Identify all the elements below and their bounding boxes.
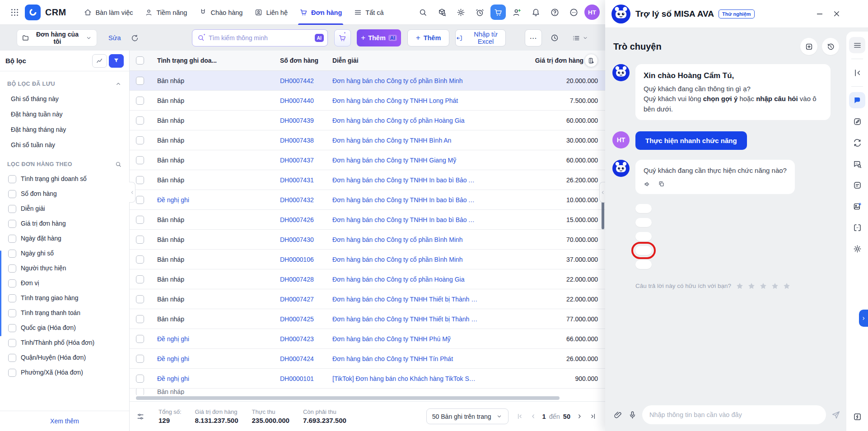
misa-crm-logo[interactable] — [25, 5, 41, 20]
column-description[interactable]: Diễn giải — [332, 57, 359, 64]
rating-star[interactable] — [782, 282, 791, 291]
select-all-checkbox[interactable] — [136, 56, 144, 65]
order-description-link[interactable]: Đơn hàng bán cho Công ty TNHH Tín Phát — [332, 355, 479, 362]
suggestion-chip[interactable] — [635, 232, 652, 241]
add-button[interactable]: + Thêm — [407, 29, 449, 46]
order-description-link[interactable]: Đơn hàng bán cho Công ty cổ phần Hoàng G… — [332, 276, 479, 283]
table-row[interactable]: Bản nháp DH0007427 Đơn hàng bán cho Công… — [130, 289, 605, 309]
page-size-selector[interactable]: 50 Bản ghi trên trang — [426, 408, 509, 424]
row-checkbox[interactable] — [136, 97, 144, 105]
filter-checkbox[interactable] — [8, 279, 16, 287]
order-number-link[interactable]: DH0007432 — [280, 196, 314, 204]
filter-checkbox[interactable] — [8, 190, 16, 198]
rail-expand-tab[interactable] — [859, 310, 868, 327]
order-description-link[interactable]: [TikTok] Đơn hàng bán cho Khách hàng Tik… — [332, 375, 479, 382]
order-description-link[interactable]: Đơn hàng bán cho Công ty TNHH Bình An — [332, 137, 479, 144]
row-checkbox[interactable] — [136, 335, 144, 343]
smart-search-box[interactable]: AI — [192, 29, 328, 46]
scrollbar-thumb[interactable] — [136, 396, 560, 400]
mic-icon[interactable] — [628, 410, 637, 420]
table-row[interactable]: Bản nháp DH0007428 Đơn hàng bán cho Công… — [130, 269, 605, 289]
cart-app-icon[interactable] — [490, 5, 506, 20]
view-selector[interactable]: Đơn hàng của tôi — [17, 29, 97, 46]
row-checkbox[interactable] — [136, 255, 144, 264]
filter-checkbox[interactable] — [8, 250, 16, 258]
nav-item-idcard[interactable]: Liên hệ — [248, 0, 294, 25]
rail-collapse-button[interactable] — [849, 65, 865, 81]
order-description-link[interactable]: Đơn hàng bán cho Công ty cổ phần Hoàng G… — [332, 117, 479, 124]
table-row[interactable]: Bản nháp DH0007442 Đơn hàng bán cho Công… — [130, 71, 605, 91]
saved-filter-item[interactable]: Đặt hàng tuần này — [0, 107, 129, 122]
row-checkbox[interactable] — [136, 355, 144, 363]
table-row[interactable]: Bản nháp DH0007438 Đơn hàng bán cho Công… — [130, 130, 605, 150]
copy-icon[interactable] — [658, 180, 665, 188]
row-checkbox[interactable] — [136, 116, 144, 125]
order-number-link[interactable]: DH0007423 — [280, 335, 314, 343]
recent-history-button[interactable] — [547, 29, 562, 46]
add-with-ai-button[interactable]: + Thêm AI — [357, 29, 401, 46]
saved-filter-item[interactable]: Đặt hàng tháng này — [0, 122, 129, 137]
order-number-link[interactable]: DH0007439 — [280, 117, 314, 124]
nav-item-cart[interactable]: Đơn hàng — [294, 0, 348, 25]
column-order-no[interactable]: Số đơn hàng — [280, 57, 318, 64]
more-icon[interactable] — [565, 4, 582, 20]
filter-checkbox[interactable] — [8, 309, 16, 317]
filter-checkbox[interactable] — [8, 339, 16, 347]
suggestion-chip[interactable] — [635, 260, 652, 269]
last-page-button[interactable] — [587, 411, 599, 422]
filter-option[interactable]: Ngày đặt hàng — [0, 231, 129, 246]
rail-quick-form-button[interactable] — [849, 408, 865, 425]
order-number-link[interactable]: DH0007424 — [280, 355, 314, 362]
row-checkbox[interactable] — [136, 389, 144, 395]
table-row[interactable]: Đề nghị ghi DH0007424 Đơn hàng bán cho C… — [130, 349, 605, 369]
filter-option[interactable]: Tỉnh/Thành phố (Hóa đơn) — [0, 335, 129, 350]
row-checkbox[interactable] — [136, 156, 144, 164]
order-description-link[interactable]: Đơn hàng bán cho Công ty TNHH In bao bì … — [332, 216, 479, 223]
filter-option[interactable]: Diễn giải — [0, 201, 129, 216]
row-checkbox[interactable] — [136, 136, 144, 144]
table-row[interactable]: Bản nháp DH0000106 Đơn hàng bán cho Công… — [130, 250, 605, 269]
row-checkbox[interactable] — [136, 236, 144, 244]
rating-star[interactable] — [770, 282, 779, 291]
order-number-link[interactable]: DH0000106 — [280, 256, 314, 263]
quick-order-button[interactable] — [334, 29, 351, 46]
table-row[interactable]: Đề nghị ghi DH0000101 [TikTok] Đơn hàng … — [130, 369, 605, 389]
add-user-icon[interactable] — [509, 4, 525, 20]
table-row[interactable]: Bản nháp DH0007430 Đơn hàng bán cho Công… — [130, 230, 605, 250]
table-row[interactable]: Bản nháp DH0007425 Đơn hàng bán cho Công… — [130, 309, 605, 329]
filter-view-toggle[interactable] — [109, 54, 124, 68]
order-number-link[interactable]: DH0007437 — [280, 157, 314, 164]
reminder-icon[interactable] — [471, 4, 488, 20]
table-row[interactable]: Bản nháp DH0007439 Đơn hàng bán cho Công… — [130, 111, 605, 130]
filter-checkbox[interactable] — [8, 175, 16, 183]
rail-add-image-button[interactable] — [849, 198, 865, 214]
close-icon[interactable] — [832, 9, 841, 18]
table-row[interactable]: Bản nháp DH0007440 Đơn hàng bán cho Công… — [130, 91, 605, 111]
rail-compose-button[interactable] — [849, 113, 865, 130]
order-description-link[interactable]: Đơn hàng bán cho Công ty TNHH Phú Mỹ — [332, 335, 479, 343]
row-checkbox[interactable] — [136, 315, 144, 323]
chart-view-toggle[interactable] — [92, 54, 107, 68]
order-description-link[interactable]: Đơn hàng bán cho Công ty TNHH In bao bì … — [332, 196, 479, 204]
settings-icon[interactable] — [453, 4, 469, 20]
order-description-link[interactable]: Đơn hàng bán cho Công ty TNHH Thiết bị T… — [332, 296, 479, 303]
order-number-link[interactable]: DH0007442 — [280, 77, 314, 84]
filter-checkbox[interactable] — [8, 354, 16, 362]
filter-option[interactable]: Số đơn hàng — [0, 186, 129, 201]
chat-expand-handle[interactable] — [599, 182, 606, 203]
filter-checkbox[interactable] — [8, 205, 16, 213]
order-description-link[interactable]: Đơn hàng bán cho Công ty TNHH Giang Mỹ — [332, 157, 479, 164]
filter-checkbox[interactable] — [8, 369, 16, 377]
rail-translate-button[interactable] — [849, 134, 865, 151]
chat-input-field[interactable] — [642, 405, 826, 424]
filter-checkbox[interactable] — [8, 235, 16, 243]
filter-option[interactable]: Tình trạng ghi doanh số — [0, 171, 129, 186]
rail-notes-button[interactable] — [849, 177, 865, 193]
filter-checkbox[interactable] — [8, 220, 16, 228]
chat-input[interactable] — [649, 411, 819, 418]
table-row[interactable]: Đề nghị ghi DH0007423 Đơn hàng bán cho C… — [130, 329, 605, 349]
column-value[interactable]: Giá trị đơn hàng — [535, 57, 583, 64]
search-input[interactable] — [209, 34, 311, 42]
saved-filter-item[interactable]: Ghi sổ tuần này — [0, 137, 129, 153]
rating-star[interactable] — [759, 282, 768, 291]
